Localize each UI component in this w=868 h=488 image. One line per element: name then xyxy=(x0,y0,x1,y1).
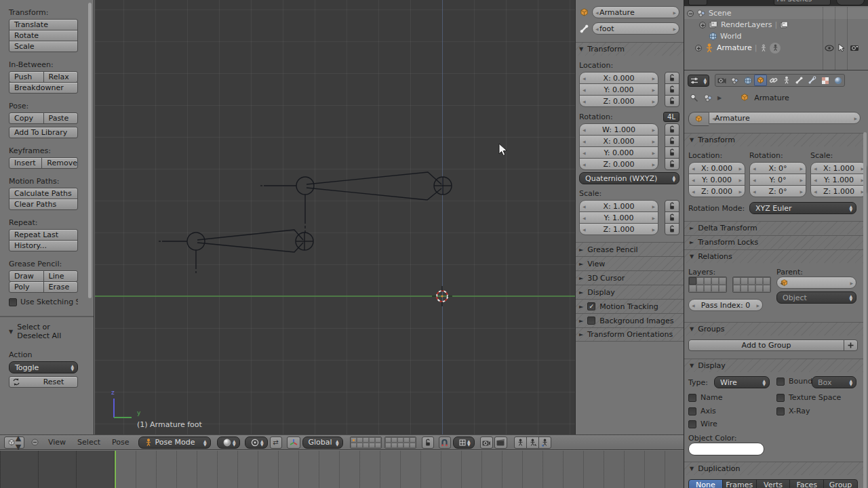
lock-to-scene-button[interactable] xyxy=(422,436,434,449)
reset-button[interactable]: Reset xyxy=(9,376,78,388)
obj-rot-z-field[interactable]: Z: 0° xyxy=(749,185,806,197)
eye-icon[interactable] xyxy=(825,45,834,52)
obj-scale-z-field[interactable]: Z: 1.000 xyxy=(810,185,867,197)
scale-x-field[interactable]: X: 1.000 xyxy=(579,200,658,212)
armature-bones[interactable] xyxy=(95,0,575,434)
obj-scale-y-field[interactable]: Y: 1.000 xyxy=(810,174,867,186)
display-panel-header[interactable]: Display xyxy=(684,359,865,372)
collapse-icon[interactable] xyxy=(687,10,694,17)
renderable-camera-icon[interactable] xyxy=(850,44,859,52)
selectable-arrow-icon[interactable] xyxy=(838,43,845,52)
object-id-icon-button[interactable] xyxy=(688,112,709,126)
editor-type-button[interactable] xyxy=(4,436,24,449)
lock-rot-w-button[interactable] xyxy=(665,123,679,136)
outliner-filter-dropdown[interactable]: All Scenes xyxy=(774,0,831,5)
parent-type-dropdown[interactable]: Object xyxy=(776,291,856,304)
gp-draw-button[interactable]: Draw xyxy=(9,270,44,282)
select-deselect-header[interactable]: Select or Deselect All xyxy=(9,323,78,340)
obj-rot-y-field[interactable]: Y: 0° xyxy=(749,174,806,186)
duplication-none-button[interactable]: None xyxy=(688,479,723,488)
xray-checkbox[interactable] xyxy=(776,407,785,415)
lock-rotation-4l-button[interactable]: 4L xyxy=(663,112,679,122)
snap-element-dropdown[interactable] xyxy=(453,436,475,449)
duplication-verts-button[interactable]: Verts xyxy=(756,479,791,488)
tab-object-data[interactable] xyxy=(780,75,793,86)
motion-tracking-checkbox[interactable] xyxy=(587,302,595,310)
rotation-mode-dropdown[interactable]: XYZ Euler xyxy=(749,202,856,214)
obj-loc-x-field[interactable]: X: 0.000 xyxy=(688,162,745,174)
orientation-dropdown[interactable]: Global xyxy=(302,436,343,449)
duplication-group-button[interactable]: Group xyxy=(823,479,858,488)
bounds-type-dropdown[interactable]: Box xyxy=(812,376,856,388)
relations-panel-header[interactable]: Relations xyxy=(684,249,865,263)
object-name-field[interactable]: Armature xyxy=(709,112,861,124)
collapse-menus-icon[interactable] xyxy=(31,439,39,446)
rotation-mode-dropdown[interactable]: Quaternion (WXYZ) xyxy=(579,172,679,184)
npanel-display-header[interactable]: Display xyxy=(576,285,684,299)
outliner-search-field[interactable] xyxy=(836,0,865,5)
gp-line-button[interactable]: Line xyxy=(43,270,79,282)
obj-loc-z-field[interactable]: Z: 0.000 xyxy=(688,185,745,197)
texture-space-checkbox[interactable] xyxy=(776,394,785,402)
breadcrumb-object-name[interactable]: Armature xyxy=(754,94,789,102)
use-sketching-checkbox[interactable] xyxy=(9,298,17,306)
mode-dropdown[interactable]: Pose Mode xyxy=(138,436,211,449)
timeline-current-frame-marker[interactable] xyxy=(115,451,116,488)
tab-render[interactable] xyxy=(715,75,728,86)
axis-checkbox[interactable] xyxy=(688,407,696,415)
tab-constraints[interactable] xyxy=(767,75,780,86)
transform-panel-header[interactable]: Transform xyxy=(684,133,865,146)
loc-x-field[interactable]: X: 0.000 xyxy=(579,72,658,84)
lock-loc-z-button[interactable] xyxy=(665,95,679,107)
object-color-swatch[interactable] xyxy=(688,443,764,455)
loc-y-field[interactable]: Y: 0.000 xyxy=(579,83,658,96)
select-menu[interactable]: Select xyxy=(77,438,100,447)
outliner-item-armature[interactable]: Armature | xyxy=(684,42,868,54)
duplication-panel-header[interactable]: Duplication xyxy=(684,462,865,475)
rot-z-field[interactable]: Z: 0.000 xyxy=(579,158,658,170)
gp-erase-button[interactable]: Erase xyxy=(43,281,79,293)
expand-icon[interactable] xyxy=(699,22,706,28)
lock-scale-x-button[interactable] xyxy=(665,200,679,212)
lock-scale-y-button[interactable] xyxy=(665,211,679,224)
object-name-field[interactable]: Armature xyxy=(592,6,679,18)
add-to-library-button[interactable]: Add To Library xyxy=(9,127,78,138)
gp-poly-button[interactable]: Poly xyxy=(9,281,44,293)
obj-loc-y-field[interactable]: Y: 0.000 xyxy=(688,174,745,186)
scale-y-field[interactable]: Y: 1.000 xyxy=(579,211,658,224)
history-button[interactable]: History... xyxy=(9,240,78,251)
outliner-item-scene[interactable]: Scene xyxy=(684,7,868,19)
outliner-search-menu[interactable]: Search xyxy=(744,0,767,5)
loc-z-field[interactable]: Z: 0.000 xyxy=(579,95,658,107)
tab-bone-constraints[interactable] xyxy=(806,75,818,86)
3d-cursor[interactable] xyxy=(430,284,454,308)
draw-type-dropdown[interactable]: Wire xyxy=(714,376,770,388)
parent-field[interactable] xyxy=(776,277,856,289)
duplication-faces-button[interactable]: Faces xyxy=(789,479,824,488)
npanel-view-header[interactable]: View xyxy=(576,256,684,270)
wire-checkbox[interactable] xyxy=(688,420,696,428)
insert-keyframe-button[interactable]: Insert xyxy=(9,157,42,169)
opengl-render-anim-button[interactable] xyxy=(494,436,507,449)
outliner-view-menu[interactable]: View xyxy=(719,0,736,5)
npanel-3d-cursor-header[interactable]: 3D Cursor xyxy=(576,270,684,285)
obj-rot-x-field[interactable]: X: 0° xyxy=(749,162,806,174)
properties-editor-type-button[interactable] xyxy=(688,75,709,87)
scale-z-field[interactable]: Z: 1.000 xyxy=(579,223,658,235)
copy-pose-toolbar-button[interactable] xyxy=(514,436,527,449)
action-dropdown[interactable]: Toggle xyxy=(9,361,78,373)
tab-object[interactable] xyxy=(754,75,767,86)
tab-material[interactable] xyxy=(831,75,844,86)
delta-transform-panel-header[interactable]: Delta Transform xyxy=(684,221,865,235)
view-menu[interactable]: View xyxy=(48,438,66,447)
outliner-editor-type-button[interactable] xyxy=(688,0,707,5)
lock-scale-z-button[interactable] xyxy=(665,223,679,235)
npanel-transform-orientations-header[interactable]: Transform Orientations xyxy=(576,327,684,342)
clear-paths-button[interactable]: Clear Paths xyxy=(9,199,78,210)
tab-scene[interactable] xyxy=(728,75,741,86)
tab-world[interactable] xyxy=(741,75,754,86)
duplication-frames-button[interactable]: Frames xyxy=(722,479,757,488)
bounds-checkbox[interactable] xyxy=(776,378,785,386)
name-checkbox[interactable] xyxy=(688,394,696,402)
layers-grid-2[interactable] xyxy=(384,436,416,449)
